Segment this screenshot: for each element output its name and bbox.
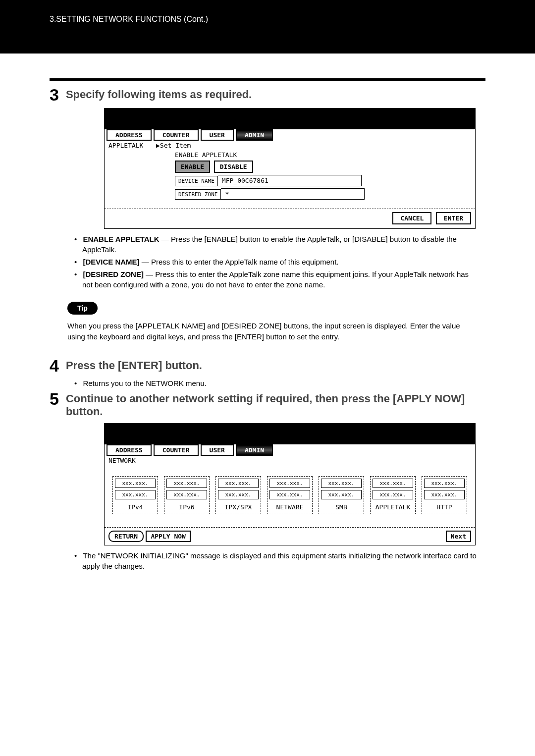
pixmap-icon: xxx.xxx. xyxy=(424,490,465,499)
pixmap-icon: xxx.xxx. xyxy=(424,479,465,488)
tip-text: When you press the [APPLETALK NAME] and … xyxy=(67,321,471,342)
network-item-label: HTTP xyxy=(422,501,467,514)
network-item-appletalk[interactable]: xxx.xxx.xxx.xxx.APPLETALK xyxy=(370,476,416,514)
enter-button[interactable]: ENTER xyxy=(436,212,471,224)
network-item-label: APPLETALK xyxy=(371,501,415,514)
step-4-number: 4 xyxy=(50,357,59,374)
pixmap-icon: xxx.xxx. xyxy=(218,490,259,499)
step-5: 5 Continue to another network setting if… xyxy=(50,390,485,418)
step-3-title: Specify following items as required. xyxy=(66,86,252,101)
page-header: 3.SETTING NETWORK FUNCTIONS (Cont.) xyxy=(0,0,535,54)
step-3: 3 Specify following items as required. xyxy=(50,86,485,103)
network-grid: xxx.xxx.xxx.xxx.IPv4xxx.xxx.xxx.xxx.IPv6… xyxy=(108,464,471,523)
pixmap-icon: xxx.xxx. xyxy=(321,479,362,488)
step4-notes: Returns you to the NETWORK menu. xyxy=(74,378,481,388)
screen-subheading: ▶Set Item xyxy=(156,142,191,149)
pixmap-icon: xxx.xxx. xyxy=(115,490,156,499)
pixmap-icon: xxx.xxx. xyxy=(166,479,207,488)
tabs-row: ADDRESS COUNTER USER ADMIN xyxy=(105,129,475,141)
screen-black-bar-2 xyxy=(105,424,475,444)
device-name-label: DEVICE NAME xyxy=(175,176,218,186)
screen-body: APPLETALK ▶Set Item ENABLE APPLETALK ENA… xyxy=(105,141,475,206)
tab-address[interactable]: ADDRESS xyxy=(107,129,152,141)
step5-bullet: The "NETWORK INITIALIZING" message is di… xyxy=(74,550,481,571)
enable-button[interactable]: ENABLE xyxy=(175,161,210,173)
network-item-label: NETWARE xyxy=(268,501,312,514)
network-item-netware[interactable]: xxx.xxx.xxx.xxx.NETWARE xyxy=(267,476,313,514)
screen-heading: APPLETALK xyxy=(108,142,156,149)
network-item-ipv6[interactable]: xxx.xxx.xxx.xxx.IPv6 xyxy=(164,476,210,514)
step4-bullet: Returns you to the NETWORK menu. xyxy=(74,378,481,388)
screen2-heading: NETWORK xyxy=(108,457,471,464)
step-3-number: 3 xyxy=(50,86,59,103)
pixmap-icon: xxx.xxx. xyxy=(115,479,156,488)
page-footer: 132 4.SETTING ITEMS (ADMIN) xyxy=(0,593,535,756)
tab-counter[interactable]: COUNTER xyxy=(154,129,199,141)
screen-network: ADDRESS COUNTER USER ADMIN NETWORK xxx.x… xyxy=(104,423,476,545)
bullet-enable: ENABLE APPLETALK — Press the [ENABLE] bu… xyxy=(74,234,481,255)
tab-user-2[interactable]: USER xyxy=(201,444,234,456)
screen2-body: NETWORK xxx.xxx.xxx.xxx.IPv4xxx.xxx.xxx.… xyxy=(105,456,475,527)
step-4: 4 Press the [ENTER] button. xyxy=(50,357,485,374)
pixmap-icon: xxx.xxx. xyxy=(321,490,362,499)
cancel-button[interactable]: CANCEL xyxy=(392,212,431,224)
breadcrumb: 3.SETTING NETWORK FUNCTIONS (Cont.) xyxy=(50,15,208,23)
pixmap-icon: xxx.xxx. xyxy=(218,479,259,488)
divider xyxy=(50,78,485,81)
desired-zone-field[interactable]: * xyxy=(221,188,365,200)
network-item-label: IPv4 xyxy=(113,501,158,514)
step-5-title: Continue to another network setting if r… xyxy=(66,390,485,418)
next-button[interactable]: Next xyxy=(446,531,471,542)
screen-appletalk: ADDRESS COUNTER USER ADMIN APPLETALK ▶Se… xyxy=(104,108,476,229)
tab-admin[interactable]: ADMIN xyxy=(236,129,273,141)
step5-notes: The "NETWORK INITIALIZING" message is di… xyxy=(74,550,481,571)
apply-now-button[interactable]: APPLY NOW xyxy=(146,531,190,542)
page-content: 4 3 Specify following items as required.… xyxy=(0,54,535,593)
tab-address-2[interactable]: ADDRESS xyxy=(107,444,152,456)
network-item-http[interactable]: xxx.xxx.xxx.xxx.HTTP xyxy=(422,476,467,514)
screen-black-bar xyxy=(105,108,475,129)
step3-notes: ENABLE APPLETALK — Press the [ENABLE] bu… xyxy=(74,234,481,290)
tab-counter-2[interactable]: COUNTER xyxy=(154,444,199,456)
tab-user[interactable]: USER xyxy=(201,129,234,141)
pixmap-icon: xxx.xxx. xyxy=(373,490,413,499)
disable-button[interactable]: DISABLE xyxy=(214,161,253,173)
desired-zone-label: DESIRED ZONE xyxy=(175,189,221,200)
pixmap-icon: xxx.xxx. xyxy=(166,490,207,499)
bullet-device-name: [DEVICE NAME] — Press this to enter the … xyxy=(74,257,481,267)
bullet-desired-zone: [DESIRED ZONE] — Press this to enter the… xyxy=(74,269,481,290)
network-item-label: IPX/SPX xyxy=(216,501,261,514)
step-5-number: 5 xyxy=(50,390,59,407)
action-buttons: CANCEL ENTER xyxy=(105,212,475,228)
tabs-row-2: ADDRESS COUNTER USER ADMIN xyxy=(105,444,475,456)
return-button[interactable]: RETURN xyxy=(108,531,144,542)
pixmap-icon: xxx.xxx. xyxy=(269,479,310,488)
network-item-ipx-spx[interactable]: xxx.xxx.xxx.xxx.IPX/SPX xyxy=(215,476,261,514)
separator xyxy=(105,209,475,209)
network-item-smb[interactable]: xxx.xxx.xxx.xxx.SMB xyxy=(319,476,364,514)
tip-badge: Tip xyxy=(67,302,98,315)
network-item-ipv4[interactable]: xxx.xxx.xxx.xxx.IPv4 xyxy=(112,476,158,514)
pixmap-icon: xxx.xxx. xyxy=(269,490,310,499)
screen2-bottom: RETURN APPLY NOW Next xyxy=(105,527,475,545)
tab-admin-2[interactable]: ADMIN xyxy=(236,444,273,456)
device-name-field[interactable]: MFP_00C67861 xyxy=(218,175,362,186)
network-item-label: IPv6 xyxy=(164,501,209,514)
step-4-title: Press the [ENTER] button. xyxy=(66,357,202,372)
network-item-label: SMB xyxy=(319,501,364,514)
enable-label: ENABLE APPLETALK xyxy=(175,151,471,159)
pixmap-icon: xxx.xxx. xyxy=(373,479,413,488)
